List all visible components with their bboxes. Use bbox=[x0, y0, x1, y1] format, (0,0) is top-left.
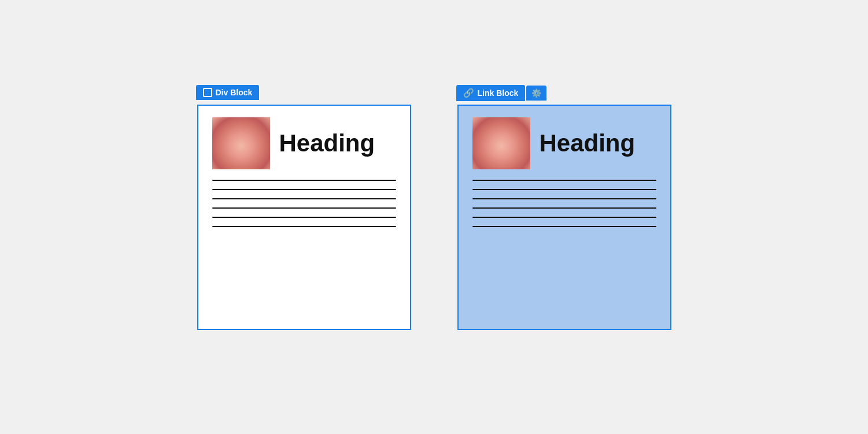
div-block-label-text: Div Block bbox=[216, 88, 253, 97]
link-block-label-text: Link Block bbox=[478, 88, 519, 98]
div-block-line-1 bbox=[212, 180, 396, 181]
link-block-line-6 bbox=[472, 226, 656, 227]
div-block-line-3 bbox=[212, 198, 396, 199]
link-block-label[interactable]: 🔗 Link Block bbox=[456, 85, 526, 101]
link-block-line-4 bbox=[472, 207, 656, 209]
link-block-line-5 bbox=[472, 217, 656, 218]
link-block-label-bar[interactable]: 🔗 Link Block ⚙️ bbox=[456, 85, 547, 101]
div-block-top: Heading bbox=[212, 117, 396, 169]
link-block-line-3 bbox=[472, 198, 656, 199]
link-block-icon: 🔗 bbox=[463, 88, 474, 98]
div-block-line-6 bbox=[212, 226, 396, 227]
link-block-top: Heading bbox=[472, 117, 656, 169]
div-block-label-bar[interactable]: Div Block bbox=[196, 85, 260, 100]
gear-icon: ⚙️ bbox=[531, 88, 541, 98]
link-block-lines bbox=[472, 180, 656, 227]
div-block-line-4 bbox=[212, 207, 396, 209]
div-block-heading: Heading bbox=[279, 131, 375, 155]
link-block-gear-button[interactable]: ⚙️ bbox=[526, 86, 546, 101]
link-block-line-2 bbox=[472, 189, 656, 190]
link-block-image bbox=[472, 117, 530, 169]
div-block-line-5 bbox=[212, 217, 396, 218]
div-block-label[interactable]: Div Block bbox=[196, 85, 260, 100]
div-block-line-2 bbox=[212, 189, 396, 190]
link-block-line-1 bbox=[472, 180, 656, 181]
div-block-lines bbox=[212, 180, 396, 227]
link-block-wrapper: 🔗 Link Block ⚙️ Heading bbox=[457, 105, 671, 330]
div-block-card[interactable]: Heading bbox=[197, 105, 411, 330]
div-block-icon bbox=[203, 88, 212, 97]
div-block-wrapper: Div Block Heading bbox=[197, 105, 411, 330]
link-block-heading: Heading bbox=[540, 131, 636, 155]
div-block-image bbox=[212, 117, 270, 169]
link-block-card[interactable]: Heading bbox=[457, 105, 671, 330]
